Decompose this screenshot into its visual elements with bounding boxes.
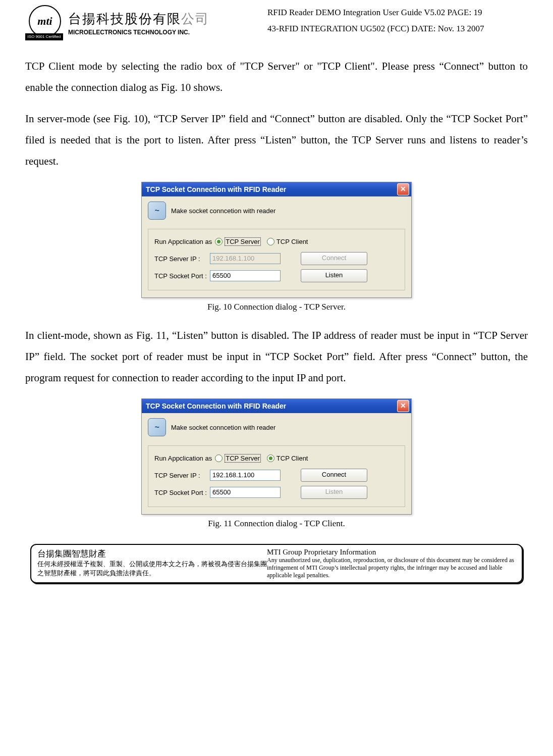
port-label: TCP Socket Port : [154,489,210,496]
connection-icon: ~ [148,201,166,220]
radio-tcp-client-label[interactable]: TCP Client [276,238,308,245]
footer-title-cn: 台揚集團智慧財產 [37,548,267,560]
connect-button[interactable]: Connect [301,469,367,482]
paragraph-2: In server-mode (see Fig. 10), “TCP Serve… [25,108,528,172]
options-group: Run Appclication as TCP Server TCP Clien… [148,445,405,507]
radio-tcp-server[interactable] [215,455,223,462]
ip-label: TCP Server IP : [154,472,210,479]
connection-icon: ~ [148,418,166,436]
paragraph-1: TCP Client mode by selecting the radio b… [25,56,528,98]
ip-label: TCP Server IP : [154,255,210,263]
footer-body-en: Any unauthorized use, duplication, repro… [267,557,516,579]
figure-11-caption: Fig. 11 Connection dialog - TCP Client. [25,519,528,529]
tcp-dialog-server: TCP Socket Connection with RFID Reader ✕… [141,182,412,298]
page-header: mti ISO 9001 Certified 台揚科技股份有限公司 MICROE… [25,5,528,40]
figure-11: TCP Socket Connection with RFID Reader ✕… [25,398,528,529]
port-input[interactable]: 65500 [210,487,281,498]
close-icon[interactable]: ✕ [397,400,409,412]
dialog-title: TCP Socket Connection with RFID Reader [146,185,286,193]
company-logo: mti ISO 9001 Certified [25,5,63,40]
port-label: TCP Socket Port : [154,272,210,280]
dialog-titlebar: TCP Socket Connection with RFID Reader ✕ [142,399,411,413]
listen-button[interactable]: Listen [301,269,367,282]
dialog-titlebar: TCP Socket Connection with RFID Reader ✕ [142,182,411,196]
company-name-en: MICROELECTRONICS TECHNOLOGY INC. [68,29,209,36]
radio-tcp-client-label[interactable]: TCP Client [276,455,308,462]
ip-input[interactable]: 192.168.1.100 [210,470,281,481]
radio-tcp-client[interactable] [267,455,274,462]
radio-tcp-server-label[interactable]: TCP Server [225,237,261,246]
run-as-label: Run Appclication as [154,455,212,462]
radio-tcp-server[interactable] [215,238,223,245]
listen-button: Listen [301,486,367,499]
figure-10: TCP Socket Connection with RFID Reader ✕… [25,182,528,312]
proprietary-footer: 台揚集團智慧財產 任何未經授權逕予複製、重製、公開或使用本文之行為，將被視為侵害… [30,544,523,583]
cert-badge: ISO 9001 Certified [25,33,63,40]
logo-icon: mti [29,5,61,37]
header-meta: RFID Reader DEMO Integration User Guide … [222,5,528,34]
connect-button: Connect [301,252,367,265]
footer-title-en: MTI Group Proprietary Information [267,548,516,557]
dialog-message: Make socket conncetion with reader [171,424,275,431]
port-input[interactable]: 65500 [210,270,281,281]
dialog-message: Make socket conncetion with reader [171,207,275,215]
company-name-cn: 台揚科技股份有限公司 [68,10,209,28]
options-group: Run Appclication as TCP Server TCP Clien… [148,229,405,290]
run-as-label: Run Appclication as [154,238,212,245]
figure-10-caption: Fig. 10 Connection dialog - TCP Server. [25,302,528,312]
paragraph-3: In client-mode, shown as Fig. 11, “Liste… [25,325,528,388]
footer-body-cn: 任何未經授權逕予複製、重製、公開或使用本文之行為，將被視為侵害台揚集團之智慧財產… [37,560,267,578]
radio-tcp-server-label[interactable]: TCP Server [225,454,261,463]
radio-tcp-client[interactable] [267,238,274,245]
ip-input: 192.168.1.100 [210,253,281,264]
doc-id-date: 43-RFID INTEGRATION UG502 (FCC) DATE: No… [267,24,528,34]
dialog-title: TCP Socket Connection with RFID Reader [146,402,286,410]
doc-title-page: RFID Reader DEMO Integration User Guide … [267,8,528,18]
logo-block: mti ISO 9001 Certified 台揚科技股份有限公司 MICROE… [25,5,222,40]
close-icon[interactable]: ✕ [397,183,409,195]
tcp-dialog-client: TCP Socket Connection with RFID Reader ✕… [141,398,412,515]
